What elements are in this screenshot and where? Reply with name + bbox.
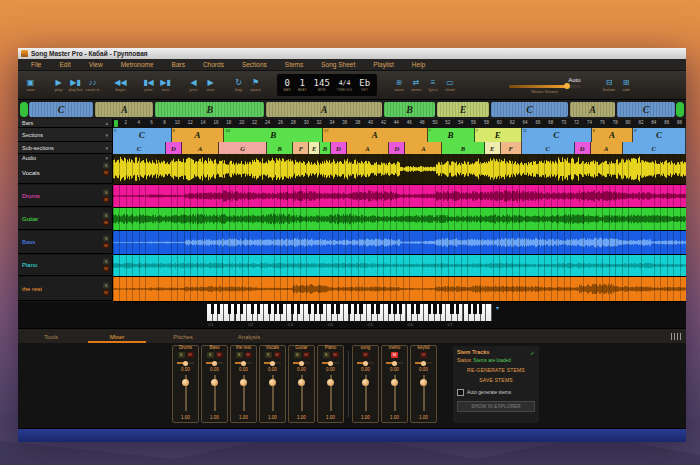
solo-button[interactable]: S	[103, 236, 109, 242]
track-lane-Vocals[interactable]	[113, 154, 686, 185]
chevron-down-icon[interactable]: ▾	[105, 132, 108, 138]
channel-mute-button[interactable]: M	[303, 352, 310, 358]
menu-help[interactable]: Help	[403, 61, 434, 68]
channel-mute-button[interactable]: M	[187, 352, 194, 358]
pan-slider[interactable]	[293, 362, 310, 364]
audio-group-label[interactable]: Audio	[22, 155, 36, 161]
Guitar-waveform-canvas[interactable]	[113, 208, 686, 230]
overview-section-B[interactable]: B	[384, 102, 436, 117]
tab-tools[interactable]: Tools	[18, 334, 84, 343]
subsection-block-A[interactable]: A	[347, 142, 389, 154]
chevron-down-icon[interactable]: ▾	[105, 145, 108, 151]
menu-stems[interactable]: Stems	[276, 61, 312, 68]
sections-row-label[interactable]: Sections ▾	[18, 128, 113, 142]
dock-bottom-button[interactable]: ⊟bottom	[601, 78, 618, 92]
subsection-block-E[interactable]: E	[485, 142, 501, 154]
volume-fader[interactable]	[394, 375, 396, 411]
menu-view[interactable]: View	[80, 61, 112, 68]
the-rest-waveform-canvas[interactable]	[113, 277, 686, 301]
menu-metronome[interactable]: Metronome	[112, 61, 163, 68]
piano-key-black[interactable]	[468, 304, 471, 314]
track-lane-the-rest[interactable]	[113, 277, 686, 302]
pan-slider[interactable]	[206, 362, 223, 364]
section-block-A[interactable]: A8	[172, 128, 225, 142]
menu-chords[interactable]: Chords	[194, 61, 233, 68]
subsection-block-F[interactable]: F	[293, 142, 309, 154]
slider-knob[interactable]	[564, 83, 570, 89]
mute-button[interactable]: M	[103, 169, 109, 175]
piano-key-black[interactable]	[314, 304, 317, 314]
piano-key-black[interactable]	[251, 304, 254, 314]
tab-analysis[interactable]: Analysis	[216, 334, 282, 343]
subsection-block-D[interactable]: D	[166, 142, 182, 154]
mute-button[interactable]: M	[103, 219, 109, 225]
prev-button[interactable]: ◀prev	[185, 78, 202, 92]
piano-key-black[interactable]	[331, 304, 334, 314]
channel-solo-button[interactable]: S	[236, 352, 243, 358]
subsection-block-D[interactable]: D	[389, 142, 405, 154]
track-lane-Drums[interactable]	[113, 185, 686, 208]
pan-knob[interactable]	[212, 361, 217, 366]
tab-mixer[interactable]: Mixer	[84, 334, 150, 343]
section-block-C[interactable]: C11	[522, 128, 592, 142]
piano-key-black[interactable]	[279, 304, 282, 314]
fader-knob[interactable]	[211, 379, 218, 386]
pan-slider[interactable]	[357, 362, 374, 364]
loop-start-marker[interactable]	[20, 102, 28, 117]
mute-button[interactable]: M	[103, 266, 109, 272]
mute-button[interactable]: M	[103, 196, 109, 202]
overview-section-C[interactable]: C	[617, 102, 675, 117]
menu-playlist[interactable]: Playlist	[364, 61, 403, 68]
piano-key-black[interactable]	[336, 304, 339, 314]
menu-song-sheet[interactable]: Song Sheet	[312, 61, 364, 68]
bar-ruler[interactable]: 2468101214161820222426283032343638404244…	[113, 119, 686, 128]
track-label-Drums[interactable]: DrumsSM	[18, 185, 113, 207]
track-label-Bass[interactable]: BassSM	[18, 231, 113, 254]
begin-button[interactable]: ◀◀begin	[112, 78, 129, 92]
solo-button[interactable]: S	[103, 212, 109, 218]
menu-sections[interactable]: Sections	[233, 61, 276, 68]
pan-knob[interactable]	[363, 361, 368, 366]
pan-knob[interactable]	[183, 361, 188, 366]
subsection-block-B[interactable]: B	[267, 142, 293, 154]
volume-fader[interactable]	[301, 375, 303, 411]
mute-button[interactable]: M	[103, 289, 109, 295]
section-block-E[interactable]: E7	[475, 128, 522, 142]
piano-key-black[interactable]	[456, 304, 459, 314]
pan-knob[interactable]	[270, 361, 275, 366]
piano-key-black[interactable]	[416, 304, 419, 314]
channel-mute-button[interactable]: M	[245, 352, 252, 358]
show-in-explorer-button[interactable]: SHOW IN EXPLORER	[457, 401, 535, 412]
save-stems-button[interactable]: SAVE STEMS	[457, 377, 535, 383]
pan-slider[interactable]	[415, 362, 432, 364]
lyrics-toggle-button[interactable]: ≡lyrics	[425, 78, 442, 92]
section-block-A[interactable]: A6	[592, 128, 633, 142]
fader-knob[interactable]	[391, 379, 398, 386]
overview-section-E[interactable]: E	[437, 102, 489, 117]
pan-knob[interactable]	[241, 361, 246, 366]
subsection-block-D[interactable]: D	[331, 142, 347, 154]
auto-label[interactable]: Auto	[568, 77, 580, 83]
fader-knob[interactable]	[240, 379, 247, 386]
piano-key-black[interactable]	[217, 304, 220, 314]
subsection-block-F[interactable]: F	[501, 142, 522, 154]
save-button[interactable]: ▣save	[22, 78, 39, 92]
count-in-button[interactable]: ♪♪count in	[84, 78, 101, 92]
sheet-toggle-button[interactable]: ▭sheet	[442, 78, 459, 92]
piano-key-black[interactable]	[388, 304, 391, 314]
subsections-row-label[interactable]: Sub-sections ▾	[18, 142, 113, 154]
loop-button[interactable]: ↻loop	[230, 78, 247, 92]
track-lane-Guitar[interactable]	[113, 208, 686, 231]
wave-toggle-button[interactable]: ≋wave	[391, 78, 408, 92]
prior-button[interactable]: ▮◀prior	[140, 78, 157, 92]
bars-row-label[interactable]: Bars ▴	[18, 119, 113, 128]
menu-edit[interactable]: Edit	[50, 61, 79, 68]
section-block-C[interactable]: C9	[113, 128, 172, 142]
volume-fader[interactable]	[185, 375, 187, 411]
panel-grip-icon[interactable]	[671, 333, 681, 340]
piano-key-black[interactable]	[371, 304, 374, 314]
piano-key-black[interactable]	[450, 304, 453, 314]
solo-button[interactable]: S	[103, 259, 109, 265]
master-volume-slider[interactable]	[509, 85, 581, 88]
overview-section-C[interactable]: C	[491, 102, 568, 117]
